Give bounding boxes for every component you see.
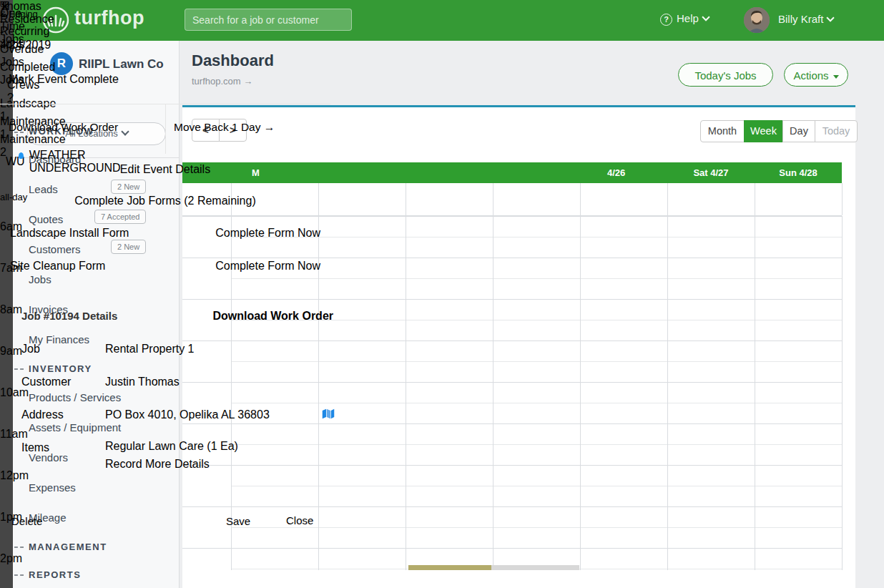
help-menu[interactable]: Help — [677, 12, 709, 24]
section-dash-icon — [14, 574, 24, 576]
details-header-row: Job #10194 Details Download Work Order — [11, 300, 343, 332]
search-input[interactable] — [185, 9, 352, 31]
details-header: Job #10194 Details — [21, 310, 117, 322]
view-week-button[interactable]: Week — [744, 120, 783, 142]
save-button[interactable]: Save — [226, 508, 282, 534]
sidebar-section-reports[interactable]: REPORTS — [29, 569, 81, 580]
section-dash-icon — [14, 547, 24, 548]
day-header-sat: Sat 4/27 — [667, 167, 755, 178]
turfhop-logo-text[interactable]: turfhop — [74, 7, 144, 29]
time-label: 2pm — [0, 552, 22, 565]
view-day-button[interactable]: Day — [782, 120, 815, 142]
complete-form-now-link[interactable]: Complete Form Now — [215, 260, 320, 273]
sidebar-section-management[interactable]: MANAGEMENT — [29, 542, 107, 552]
view-today-button[interactable]: Today — [815, 120, 858, 142]
top-header: turfhop ? Help Billy Kraft — [13, 0, 884, 41]
details-label-cell: Customer — [11, 366, 100, 398]
avatar[interactable] — [744, 7, 770, 33]
user-name: Billy Kraft — [778, 13, 823, 25]
chevron-down-icon — [827, 14, 835, 21]
download-work-order-button[interactable]: Download Work Order — [9, 112, 157, 144]
form-name: Landscape Install Form — [10, 227, 129, 240]
form-row: Landscape Install Form Complete Form Now — [0, 217, 330, 250]
complete-job-forms-link[interactable]: Complete Job Forms (2 Remaining) — [74, 195, 255, 207]
view-month-button[interactable]: Month — [700, 120, 745, 142]
job-label: Job — [21, 343, 40, 356]
event-fragment — [491, 565, 579, 570]
complete-forms-row[interactable]: Complete Job Forms (2 Remaining) — [0, 185, 330, 217]
details-value-cell: Rental Property 1 — [102, 333, 343, 365]
form-name: Site Cleanup Form — [10, 260, 105, 273]
form-row: Site Cleanup Form Complete Form Now — [0, 250, 330, 283]
close-button[interactable]: Close — [286, 508, 345, 534]
actions-label: Actions — [793, 69, 828, 82]
details-value-cell: Justin Thomas — [102, 366, 343, 398]
help-icon: ? — [660, 14, 672, 26]
move-back-button[interactable]: Move Back 1 Day → — [174, 112, 322, 144]
details-download-link[interactable]: Download Work Order — [212, 310, 333, 323]
mark-event-complete-button[interactable]: Mark Event Complete — [9, 64, 322, 95]
app: turfhop ? Help Billy Kraft R RIIPL Lawn … — [0, 0, 884, 588]
todays-jobs-button[interactable]: Today's Jobs — [678, 63, 773, 87]
details-label-cell: Items — [11, 432, 100, 484]
map-icon[interactable] — [322, 408, 335, 422]
caret-down-icon — [833, 75, 839, 79]
details-label-cell: Job — [11, 333, 100, 365]
details-value-cell: PO Box 4010, Opelika AL 36803 — [102, 399, 343, 431]
job-details-table: Job #10194 Details Download Work Order J… — [11, 300, 343, 484]
address-value: PO Box 4010, Opelika AL 36803 — [105, 408, 270, 421]
edit-event-details-link[interactable]: Edit Event Details — [120, 163, 210, 175]
help-label: Help — [677, 12, 699, 24]
user-menu[interactable]: Billy Kraft — [778, 13, 833, 25]
address-label: Address — [21, 408, 64, 421]
modal-close-icon[interactable]: ✕ — [0, 0, 9, 14]
customer-link[interactable]: Justin Thomas — [105, 376, 180, 388]
chevron-down-icon — [702, 13, 709, 21]
day-header-fri: 4/26 — [607, 167, 625, 178]
complete-form-now-link[interactable]: Complete Form Now — [215, 227, 320, 240]
record-more-details-link[interactable]: Record More Details — [105, 458, 210, 471]
view-switcher: Month Week Day Today — [701, 120, 858, 142]
details-label-cell: Address — [11, 399, 100, 431]
divider — [165, 104, 166, 154]
job-link[interactable]: Rental Property 1 — [105, 343, 195, 356]
item-value: Regular Lawn Care (1 Ea) — [105, 440, 238, 453]
details-value-cell: Regular Lawn Care (1 Ea) Record More Det… — [102, 432, 343, 484]
event-fragment — [408, 565, 491, 570]
day-header-sun: Sun 4/28 — [755, 167, 842, 178]
items-label: Items — [21, 441, 49, 454]
delete-button[interactable]: Delete — [11, 508, 72, 534]
customer-label: Customer — [21, 376, 71, 388]
actions-button[interactable]: Actions — [784, 63, 848, 87]
edit-event-row[interactable]: Edit Event Details — [0, 154, 330, 185]
